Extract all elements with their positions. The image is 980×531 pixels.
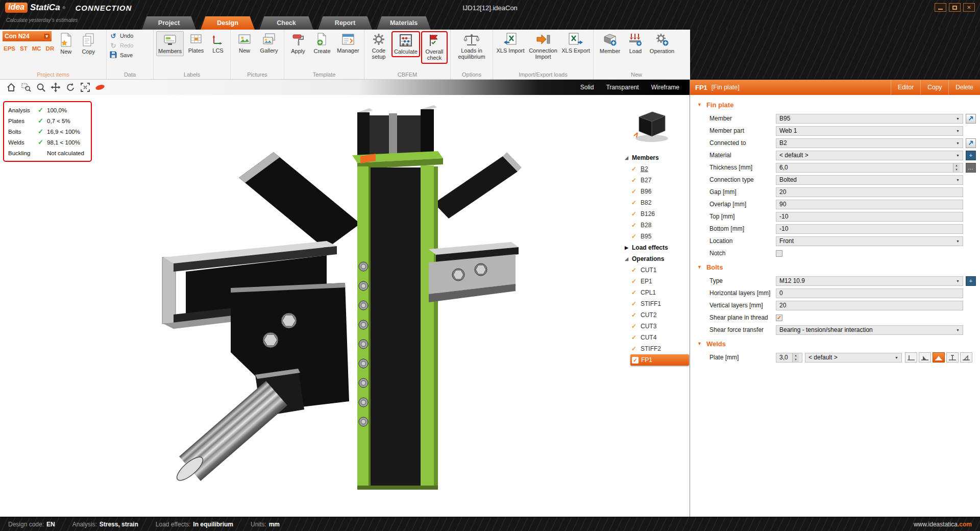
- zoom-button[interactable]: [34, 81, 47, 93]
- zoom-window-button[interactable]: [19, 81, 33, 93]
- tree-operation-cut3[interactable]: ✓CUT3: [624, 321, 689, 332]
- tree-operation-stiff1[interactable]: ✓STIFF1: [624, 298, 689, 309]
- connected-to-select[interactable]: B2▼: [776, 138, 963, 148]
- material-select[interactable]: < default >▼: [776, 151, 963, 160]
- tree-operation-cpl1[interactable]: ✓CPL1: [624, 287, 689, 298]
- tree-member-b126[interactable]: ✓B126: [624, 208, 689, 220]
- new-operation-button[interactable]: Operation: [647, 31, 677, 56]
- top-input[interactable]: -10: [776, 212, 963, 222]
- overlap-input[interactable]: 90: [776, 200, 963, 209]
- checkbox-checked-icon[interactable]: ✓: [632, 357, 639, 364]
- mode-solid-button[interactable]: Solid: [580, 84, 594, 91]
- tree-member-b2[interactable]: ✓B2: [624, 163, 689, 175]
- tab-report[interactable]: Report: [318, 16, 372, 30]
- pick-connected-button[interactable]: [966, 138, 976, 148]
- bottom-input[interactable]: -10: [776, 224, 963, 234]
- tree-operation-fp1-selected[interactable]: ✓FP1: [630, 354, 689, 366]
- mode-mc-button[interactable]: MC: [32, 45, 41, 52]
- labels-lcs-button[interactable]: LCS: [208, 31, 228, 55]
- paint-results-button[interactable]: [93, 81, 107, 93]
- tree-operation-stiff2[interactable]: ✓STIFF2: [624, 343, 689, 354]
- member-select[interactable]: B95▼: [776, 114, 963, 124]
- mode-dr-button[interactable]: DR: [46, 45, 55, 52]
- pan-button[interactable]: [48, 81, 62, 93]
- new-project-item-button[interactable]: New: [55, 31, 77, 56]
- fit-view-button[interactable]: [78, 81, 92, 93]
- connection-selector[interactable]: Con N24 ▾: [3, 31, 52, 41]
- template-create-button[interactable]: Create: [310, 31, 334, 56]
- copy-operation-button[interactable]: Copy: [920, 80, 948, 95]
- home-view-button[interactable]: [4, 81, 18, 93]
- section-fin-plate[interactable]: ▼Fin plate: [690, 97, 980, 112]
- rotate-view-button[interactable]: [63, 81, 77, 93]
- thickness-input[interactable]: 6,0 ▲▼: [776, 163, 963, 173]
- overall-check-button[interactable]: Overall check: [421, 31, 448, 64]
- xls-export-button[interactable]: XLS Export: [561, 31, 591, 55]
- mode-eps-button[interactable]: EPS: [4, 45, 15, 52]
- section-welds[interactable]: ▼Welds: [690, 336, 980, 351]
- tree-member-b82[interactable]: ✓B82: [624, 197, 689, 208]
- close-button[interactable]: ✕: [963, 3, 975, 12]
- new-member-button[interactable]: Member: [596, 31, 624, 56]
- weld-type-none-button[interactable]: [905, 352, 917, 363]
- tree-member-b95[interactable]: ✓B95: [624, 231, 689, 242]
- tab-check[interactable]: Check: [259, 16, 313, 30]
- shear-plane-checkbox[interactable]: ✓: [776, 315, 782, 321]
- tab-project[interactable]: Project: [142, 16, 196, 30]
- tree-operation-cut1[interactable]: ✓CUT1: [624, 264, 689, 276]
- weld-type-bevel-button[interactable]: [960, 352, 972, 363]
- template-apply-button[interactable]: Apply: [287, 31, 309, 56]
- add-bolt-type-button[interactable]: +: [966, 276, 976, 286]
- save-button[interactable]: Save: [109, 51, 133, 60]
- pick-member-button[interactable]: [966, 114, 976, 124]
- 3d-viewport[interactable]: Analysis✓100,0% Plates✓0,7 < 5% Bolts✓16…: [0, 95, 690, 517]
- weld-material-select[interactable]: < default >▼: [805, 353, 902, 363]
- tree-operation-ep1[interactable]: ✓EP1: [624, 276, 689, 287]
- member-part-select[interactable]: Web 1▼: [776, 126, 963, 136]
- tree-operation-cut4[interactable]: ✓CUT4: [624, 332, 689, 343]
- tree-operation-cut2[interactable]: ✓CUT2: [624, 309, 689, 321]
- tree-member-b96[interactable]: ✓B96: [624, 186, 689, 197]
- editor-button[interactable]: Editor: [891, 80, 920, 95]
- vertical-layers-input[interactable]: 20: [776, 301, 963, 310]
- new-load-button[interactable]: Load: [625, 31, 646, 56]
- mode-transparent-button[interactable]: Transparent: [606, 84, 639, 91]
- delete-operation-button[interactable]: Delete: [948, 80, 980, 95]
- weld-type-butt-button[interactable]: [946, 352, 959, 363]
- navigation-cube[interactable]: [631, 107, 672, 144]
- copy-project-item-button[interactable]: Copy: [78, 31, 99, 56]
- add-material-button[interactable]: +: [966, 151, 976, 160]
- weld-type-fillet-button[interactable]: [919, 352, 931, 363]
- website-link[interactable]: www.ideastatica.com: [914, 521, 972, 528]
- connection-type-select[interactable]: Bolted▼: [776, 175, 963, 185]
- tab-design[interactable]: Design: [201, 16, 255, 30]
- redo-button[interactable]: ↻Redo: [109, 41, 133, 50]
- loads-in-equilibrium-button[interactable]: Loads in equilibrium: [453, 31, 490, 62]
- tree-member-b27[interactable]: ✓B27: [624, 175, 689, 186]
- picture-gallery-button[interactable]: Gallery: [257, 31, 281, 55]
- mode-wireframe-button[interactable]: Wireframe: [651, 84, 679, 91]
- location-select[interactable]: Front▼: [776, 236, 963, 246]
- tree-operations-header[interactable]: ◢Operations: [624, 253, 689, 264]
- section-bolts[interactable]: ▼Bolts: [690, 259, 980, 275]
- xls-import-button[interactable]: XLS Import: [496, 31, 525, 55]
- gap-input[interactable]: 20: [776, 187, 963, 197]
- horizontal-layers-input[interactable]: 0: [776, 288, 963, 298]
- connection-import-button[interactable]: Connection Import: [526, 31, 560, 62]
- restore-button[interactable]: [949, 3, 961, 12]
- weld-type-double-fillet-button[interactable]: [933, 352, 945, 363]
- weld-size-input[interactable]: 3,0 ▲▼: [776, 353, 802, 363]
- thickness-more-button[interactable]: …: [966, 163, 976, 173]
- notch-checkbox[interactable]: [776, 250, 782, 257]
- code-setup-button[interactable]: Code setup: [367, 31, 390, 62]
- shear-transfer-select[interactable]: Bearing - tension/shear interaction▼: [776, 325, 963, 335]
- mode-st-button[interactable]: ST: [20, 45, 28, 52]
- tree-load-effects-header[interactable]: ▶Load effects: [624, 242, 689, 253]
- tree-members-header[interactable]: ◢Members: [624, 152, 689, 163]
- tree-member-b28[interactable]: ✓B28: [624, 220, 689, 231]
- undo-button[interactable]: ↺Undo: [109, 31, 133, 40]
- bolt-type-select[interactable]: M12 10.9▼: [776, 276, 963, 286]
- minimize-button[interactable]: [935, 3, 946, 12]
- weld-size-spinner[interactable]: ▲▼: [792, 353, 799, 362]
- thickness-spinner[interactable]: ▲▼: [953, 163, 960, 172]
